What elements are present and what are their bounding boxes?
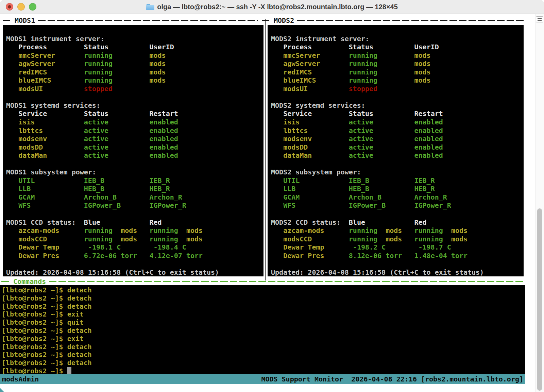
terminal-text-segment: blueIMCS — [283, 76, 316, 84]
terminal-line: modsenv active enabled — [6, 135, 264, 143]
terminal-line: redIMCS running mods — [6, 68, 264, 76]
terminal-text-segment: LLB — [18, 185, 31, 193]
dash-line — [297, 20, 524, 21]
terminal-pane-mods2[interactable]: MODS2 instrument server: Process Status … — [268, 25, 524, 276]
terminal-text-segment — [373, 151, 414, 159]
terminal-text-segment — [108, 118, 149, 126]
terminal-line: Process Status UserID — [271, 43, 524, 51]
terminal-text-segment — [271, 126, 283, 135]
close-button[interactable] — [6, 3, 13, 11]
terminal-text-segment: Archon_R — [149, 193, 182, 201]
terminal-text-segment: active — [84, 151, 108, 159]
terminal-text-segment — [443, 235, 451, 243]
terminal-text-segment — [6, 176, 18, 185]
terminal-line: modsCCD running mods running mods — [6, 235, 264, 243]
terminal-text-segment — [377, 235, 386, 243]
terminal-text-segment: MODS2 subsystem power: — [271, 168, 361, 176]
pane-header-commands: Commands — [1, 278, 524, 285]
terminal-text-segment: active — [349, 143, 373, 151]
terminal-text-segment: modsDD — [18, 143, 43, 151]
terminal-text-segment: Updated: 2026-04-08 15:16:58 (Ctrl+C to … — [271, 268, 484, 276]
terminal-text-segment: modsUI — [283, 85, 308, 93]
terminal-text-segment — [104, 176, 149, 185]
terminal-text-segment — [312, 135, 348, 143]
terminal-text-segment — [178, 235, 186, 243]
terminal-line: [lbto@robs2 ~]$ exit — [2, 310, 525, 318]
terminal-text-segment: Status — [349, 109, 373, 118]
terminal-text-segment: Red — [414, 218, 426, 226]
terminal-text-segment: Red — [149, 218, 162, 226]
terminal-text-segment: running — [84, 226, 113, 235]
terminal-text-segment: MODS2 instrument server: — [271, 35, 369, 43]
terminal-text-segment: [lbto@robs2 ~]$ exit — [2, 335, 84, 343]
titlebar[interactable]: olga — lbto@robs2:~ — ssh -Y -X lbto@rob… — [0, 0, 544, 14]
terminal-line: [lbto@robs2 ~]$ detach — [2, 359, 525, 367]
terminal-line — [6, 210, 264, 218]
terminal-text-segment: running — [84, 68, 113, 76]
terminal-line: mmcServer running mods — [6, 51, 264, 60]
terminal-text-segment — [271, 118, 283, 126]
terminal-text-segment — [377, 51, 414, 59]
terminal-line: MODS2 instrument server: — [271, 35, 524, 43]
terminal-text-segment — [381, 193, 414, 201]
terminal-line — [271, 260, 524, 268]
terminal-text-segment: Dewar Pres — [283, 252, 324, 260]
terminal-text-segment — [271, 68, 283, 76]
status-monitor-info: MODS Support Monitor 2026-04-08 22:16 [r… — [261, 375, 523, 383]
terminal-text-segment — [47, 109, 84, 118]
status-session-name: modsAdmin — [2, 375, 39, 383]
terminal-text-segment — [308, 143, 348, 151]
terminal-text-segment: Process — [18, 43, 47, 51]
terminal-text-segment — [377, 68, 414, 76]
terminal-text-segment: mods — [121, 235, 137, 243]
split-pane-button[interactable] — [536, 16, 543, 22]
zoom-button[interactable] — [29, 3, 36, 11]
terminal-line: lbttcs active enabled — [6, 126, 264, 135]
terminal-text-segment — [369, 185, 414, 193]
terminal-line: [lbto@robs2 ~]$ detach — [2, 326, 525, 335]
terminal-line: LLB HEB_B HEB_R — [6, 185, 264, 193]
terminal-text-segment — [108, 143, 149, 151]
terminal-text-segment: mmcServer — [283, 51, 320, 59]
terminal-text-segment: Status — [349, 43, 373, 51]
terminal-text-segment — [60, 226, 84, 235]
terminal-text-segment — [6, 126, 18, 135]
terminal-text-segment — [365, 218, 414, 226]
terminal-text-segment: blueIMCS — [18, 76, 51, 84]
terminal-line: lbttcs active enabled — [271, 126, 524, 135]
terminal-text-segment: LLB — [283, 185, 295, 193]
terminal-text-segment — [271, 135, 283, 143]
terminal-text-segment — [295, 185, 349, 193]
terminal-text-segment — [178, 226, 186, 235]
terminal-text-segment: running — [349, 59, 377, 68]
terminal-text-segment: Restart — [149, 109, 178, 118]
terminal-text-segment: running — [84, 59, 113, 68]
terminal-line: MODS1 instrument server: — [6, 35, 264, 43]
terminal-text-segment: [lbto@robs2 ~]$ detach — [2, 359, 92, 367]
terminal-text-segment — [373, 143, 414, 151]
terminal-text-segment — [373, 126, 414, 135]
terminal-text-segment — [51, 76, 84, 84]
terminal-pane-mods1[interactable]: MODS1 instrument server: Process Status … — [3, 25, 264, 276]
terminal-text-segment — [6, 59, 18, 68]
terminal-text-segment: Service — [18, 109, 47, 118]
terminal-line — [6, 26, 264, 35]
terminal-text-segment: running — [349, 51, 377, 59]
terminal-text-segment — [6, 143, 18, 151]
terminal-pane-commands[interactable]: [lbto@robs2 ~]$ detach[lbto@robs2 ~]$ de… — [0, 285, 525, 374]
terminal-line: MODS1 systemd services: — [6, 101, 264, 110]
terminal-text-segment: mods — [414, 59, 430, 68]
minimize-button[interactable] — [17, 3, 25, 11]
terminal-text-segment — [271, 243, 283, 251]
terminal-text-segment: enabled — [414, 118, 443, 126]
terminal-text-segment — [271, 76, 283, 84]
terminal-line: [lbto@robs2 ~]$ detach — [2, 286, 525, 294]
terminal-text-segment — [6, 151, 18, 159]
terminal-text-segment — [271, 59, 283, 68]
terminal-text-segment: [lbto@robs2 ~]$ exit — [2, 310, 84, 318]
scrollbar-thumb[interactable] — [537, 208, 542, 391]
terminal-text-segment — [271, 143, 283, 151]
terminal-text-segment — [137, 226, 149, 235]
terminal-text-segment: agwServer — [283, 59, 320, 68]
dash-line — [38, 20, 258, 21]
